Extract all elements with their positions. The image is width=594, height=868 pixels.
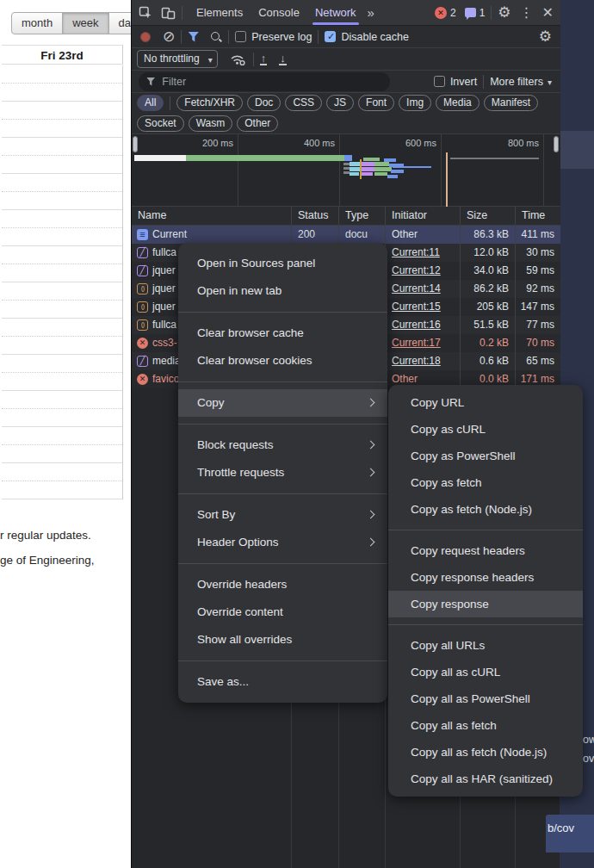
menu-item-copy-as-fetch-nodejs[interactable]: Copy as fetch (Node.js) [388, 496, 583, 523]
calendar-slot[interactable] [2, 319, 122, 355]
chip-manifest[interactable]: Manifest [484, 95, 538, 111]
menu-item-copy-response[interactable]: Copy response [388, 591, 583, 617]
network-settings-gear-icon[interactable]: ⚙ [539, 29, 552, 44]
issues-count[interactable]: 1 [480, 7, 486, 19]
menu-item-sort-by[interactable]: Sort By [178, 501, 387, 529]
calendar-slot[interactable] [2, 463, 122, 499]
menu-item-show-all-overrides[interactable]: Show all overrides [178, 626, 387, 654]
inspect-icon[interactable] [139, 6, 152, 20]
column-header-name[interactable]: Name [132, 207, 291, 225]
menu-item-copy-response-headers[interactable]: Copy response headers [388, 564, 583, 591]
menu-item-copy-all-as-curl[interactable]: Copy all as cURL [388, 659, 583, 685]
chip-font[interactable]: Font [358, 95, 394, 111]
chip-other[interactable]: Other [237, 115, 278, 132]
menu-item-copy-all-as-fetch[interactable]: Copy all as fetch [388, 712, 583, 739]
invert-checkbox[interactable] [434, 76, 445, 87]
calendar-slot[interactable] [2, 246, 122, 282]
chip-img[interactable]: Img [399, 95, 431, 111]
chip-js[interactable]: JS [326, 95, 354, 111]
error-badge-icon[interactable]: ✕ [435, 7, 447, 19]
menu-item-clear-browser-cookies[interactable]: Clear browser cookies [178, 347, 387, 375]
chip-doc[interactable]: Doc [247, 95, 281, 111]
menu-item-copy-request-headers[interactable]: Copy request headers [388, 537, 583, 564]
issues-icon[interactable] [465, 8, 476, 17]
menu-item-header-options[interactable]: Header Options [178, 529, 387, 556]
tab-elements[interactable]: Elements [189, 0, 251, 26]
network-overview[interactable]: 200 ms 400 ms 600 ms 800 ms [132, 134, 560, 207]
clear-icon[interactable]: ⊘ [163, 29, 175, 44]
month-button[interactable]: month [11, 12, 63, 34]
chip-wasm[interactable]: Wasm [189, 115, 233, 132]
calendar-slot[interactable] [2, 210, 122, 246]
menu-item-copy[interactable]: Copy [178, 389, 387, 417]
menu-item-save-as[interactable]: Save as... [178, 668, 387, 696]
initiator-link[interactable]: Current:16 [392, 319, 441, 331]
column-header-status[interactable]: Status [291, 207, 338, 225]
chip-socket[interactable]: Socket [137, 115, 184, 132]
table-row[interactable]: ≡Current 200 docu Other 86.3 kB 411 ms [132, 226, 560, 244]
search-icon[interactable] [210, 31, 222, 43]
menu-item-copy-as-powershell[interactable]: Copy as PowerShell [388, 443, 583, 469]
overview-right-grip[interactable] [554, 136, 559, 152]
chip-media[interactable]: Media [436, 95, 480, 111]
initiator-link[interactable]: Current:17 [392, 337, 441, 349]
network-conditions-icon[interactable] [230, 53, 247, 66]
device-toolbar-icon[interactable] [161, 6, 176, 20]
close-icon[interactable]: ✕ [542, 6, 554, 20]
initiator-link[interactable]: Current:12 [392, 264, 441, 276]
calendar-slot[interactable] [2, 282, 122, 319]
calendar-slot[interactable] [2, 174, 122, 210]
menu-item-copy-url[interactable]: Copy URL [388, 389, 583, 416]
menu-item-open-in-sources-panel[interactable]: Open in Sources panel [178, 250, 387, 277]
filter-input[interactable] [160, 75, 382, 89]
menu-item-override-content[interactable]: Override content [178, 598, 387, 626]
chip-fetch-xhr[interactable]: Fetch/XHR [176, 95, 243, 111]
record-button[interactable] [140, 32, 151, 42]
menu-item-copy-all-as-har-sanitized[interactable]: Copy all as HAR (sanitized) [388, 766, 583, 792]
menu-item-copy-as-curl[interactable]: Copy as cURL [388, 416, 583, 443]
preserve-log-checkbox[interactable] [235, 31, 246, 42]
menu-item-block-requests[interactable]: Block requests [178, 431, 387, 459]
chip-css[interactable]: CSS [285, 95, 322, 111]
tab-console[interactable]: Console [251, 0, 307, 26]
menu-item-copy-all-urls[interactable]: Copy all URLs [388, 632, 583, 659]
kebab-menu-icon[interactable]: ⋮ [511, 6, 542, 20]
column-header-size[interactable]: Size [460, 207, 515, 225]
calendar-slot[interactable] [2, 65, 122, 102]
overview-left-grip[interactable] [133, 136, 138, 152]
menu-item-clear-browser-cache[interactable]: Clear browser cache [178, 319, 387, 347]
import-har-icon[interactable]: ↑ [260, 53, 268, 66]
menu-item-copy-as-fetch[interactable]: Copy as fetch [388, 469, 583, 496]
menu-item-override-headers[interactable]: Override headers [178, 571, 387, 598]
column-header-time[interactable]: Time [515, 207, 560, 225]
chip-all[interactable]: All [137, 95, 164, 111]
initiator-link[interactable]: Current:18 [392, 355, 441, 367]
initiator-link[interactable]: Current:11 [392, 246, 440, 258]
calendar-slot[interactable] [2, 102, 122, 138]
week-button[interactable]: week [62, 12, 108, 34]
column-header-initiator[interactable]: Initiator [385, 207, 460, 225]
calendar-slot[interactable] [2, 391, 122, 427]
initiator-link[interactable]: Current:15 [392, 301, 441, 313]
filter-funnel-icon[interactable] [188, 32, 199, 42]
more-filters-button[interactable]: More filters [490, 76, 543, 88]
throttling-select[interactable]: No throttling ▾ [137, 50, 218, 68]
export-har-icon[interactable]: ↓ [279, 53, 287, 66]
initiator-link[interactable]: Current:14 [392, 282, 441, 294]
calendar-slot[interactable] [2, 355, 122, 391]
menu-item-open-in-new-tab[interactable]: Open in new tab [178, 277, 387, 305]
menu-item-label: Copy response [411, 598, 489, 611]
request-name: jquer [152, 298, 176, 316]
column-header-type[interactable]: Type [338, 207, 385, 225]
calendar-slot[interactable] [2, 427, 122, 463]
calendar-slot[interactable] [2, 138, 122, 174]
error-count[interactable]: 2 [450, 7, 456, 19]
settings-gear-icon[interactable]: ⚙ [498, 5, 510, 20]
disable-cache-checkbox[interactable] [325, 31, 336, 42]
menu-item-copy-all-as-fetch-nodejs[interactable]: Copy all as fetch (Node.js) [388, 739, 583, 766]
more-tabs-icon[interactable]: » [364, 5, 378, 20]
tab-network[interactable]: Network [307, 0, 364, 26]
menu-item-throttle-requests[interactable]: Throttle requests [178, 459, 387, 487]
menu-item-copy-all-as-powershell[interactable]: Copy all as PowerShell [388, 685, 583, 712]
chevron-down-icon[interactable]: ▾ [548, 78, 552, 87]
